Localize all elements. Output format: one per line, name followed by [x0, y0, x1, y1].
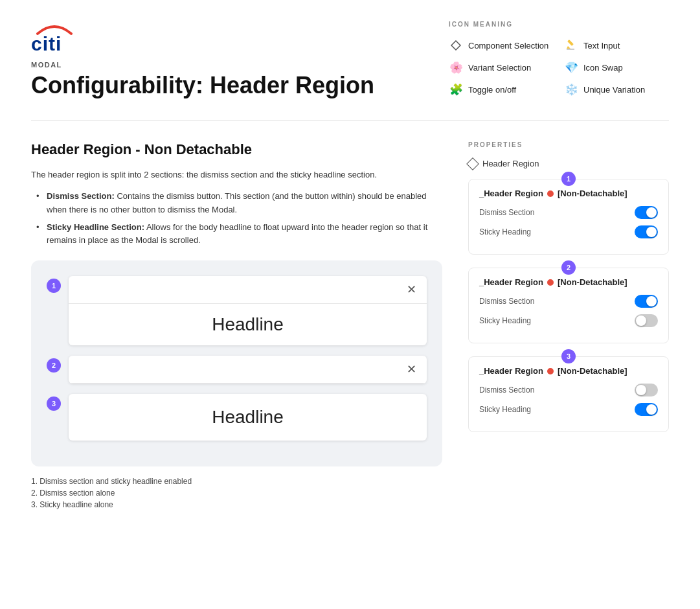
bullet-list: Dismiss Section: Contains the dismiss bu… [31, 190, 442, 247]
person-icon: 🧩 [449, 82, 463, 97]
prop-row-sticky-2: Sticky Heading [479, 314, 658, 327]
close-icon-2[interactable]: ✕ [407, 362, 416, 376]
header-section: citi MODAL Configurability: Header Regio… [31, 21, 669, 99]
red-dot-3 [547, 368, 554, 374]
bullet-dismiss: Dismiss Section: Contains the dismiss bu… [36, 190, 442, 217]
toggle-knob-dismiss-1 [646, 207, 657, 218]
icon-meaning-icon-swap: 💎 Icon Swap [564, 60, 669, 75]
captions: 1. Dismiss section and sticky headline e… [31, 477, 442, 509]
prop-card-number-1: 1 [561, 172, 576, 186]
modal-preview-1: ✕ Headline [69, 276, 427, 345]
left-panel: Header Region - Non Detachable The heade… [31, 141, 442, 512]
icon-meaning-grid: Component Selection Text Input [449, 38, 669, 97]
section-title: Header Region - Non Detachable [31, 141, 442, 158]
bullet-dismiss-bold: Dismiss Section: [47, 191, 115, 201]
prop-card-title-2: _Header Region [Non-Detachable] [479, 277, 658, 287]
prop-row-sticky-3: Sticky Heading [479, 403, 658, 416]
prop-card-1: 1 _Header Region [Non-Detachable] Dismis… [468, 179, 669, 255]
toggle-knob-dismiss-3 [636, 385, 646, 395]
prop-row-sticky-1: Sticky Heading [479, 225, 658, 238]
sticky-toggle-2[interactable] [635, 314, 658, 327]
page-title: Configurability: Header Region [31, 71, 374, 99]
headline-1: Headline [69, 304, 427, 345]
snowflake-icon: ❄️ [564, 82, 578, 97]
diamond-icon [449, 38, 463, 52]
red-dot-1 [547, 190, 554, 197]
main-content: Header Region - Non Detachable The heade… [31, 141, 669, 512]
prop-card-number-3: 3 [561, 349, 576, 363]
dismiss-toggle-2[interactable] [635, 295, 658, 308]
dismiss-toggle-1[interactable] [635, 206, 658, 219]
dismiss-label-2: Dismiss Section [479, 297, 534, 306]
sticky-toggle-3[interactable] [635, 403, 658, 416]
prop-row-dismiss-2: Dismiss Section [479, 295, 658, 308]
gem-icon: 💎 [564, 60, 578, 75]
bullet-sticky: Sticky Headline Section: Allows for the … [36, 221, 442, 248]
section-divider [31, 120, 669, 121]
svg-text:citi: citi [31, 33, 62, 53]
icon-swap-label: Icon Swap [583, 63, 623, 73]
prop-card-2: 2 _Header Region [Non-Detachable] Dismis… [468, 268, 669, 343]
prop-title-text-1: _Header Region [479, 189, 543, 198]
caption-2: 2. Dismiss section alone [31, 488, 442, 498]
dismiss-label-3: Dismiss Section [479, 385, 534, 395]
demo-area: 1 ✕ Headline 2 ✕ [31, 260, 442, 466]
prop-row-dismiss-3: Dismiss Section [479, 384, 658, 396]
citi-logo-svg: citi [31, 21, 78, 53]
right-panel: PROPERTIES Header Region 1 _Header Regio… [468, 141, 669, 445]
text-input-label: Text Input [583, 41, 620, 51]
sticky-label-3: Sticky Heading [479, 405, 531, 414]
variant-number-3: 3 [47, 396, 61, 411]
dismiss-bar-2: ✕ [69, 356, 427, 384]
icon-meaning-panel: ICON MEANING Component Selection [449, 21, 669, 97]
page-wrapper: citi MODAL Configurability: Header Regio… [0, 0, 700, 538]
icon-meaning-title: ICON MEANING [449, 21, 669, 28]
diamond-shape-icon [466, 157, 479, 170]
prop-row-dismiss-1: Dismiss Section [479, 206, 658, 219]
dismiss-label-1: Dismiss Section [479, 208, 534, 217]
headline-3: Headline [69, 394, 427, 441]
icon-meaning-variant-selection: 🌸 Variant Selection [449, 60, 554, 75]
sticky-label-1: Sticky Heading [479, 227, 531, 236]
red-dot-2 [547, 279, 554, 286]
logo-area: citi MODAL Configurability: Header Regio… [31, 21, 374, 99]
icon-meaning-toggle: 🧩 Toggle on/off [449, 82, 554, 97]
dismiss-bar-1: ✕ [69, 276, 427, 304]
sticky-toggle-1[interactable] [635, 225, 658, 238]
close-icon-1[interactable]: ✕ [407, 282, 416, 297]
pencil-icon [564, 38, 578, 52]
prop-card-title-1: _Header Region [Non-Detachable] [479, 189, 658, 198]
dismiss-toggle-3[interactable] [635, 384, 658, 396]
demo-variant-3: 3 Headline [47, 394, 427, 441]
svg-rect-2 [567, 40, 574, 46]
icon-meaning-unique-variation: ❄️ Unique Variation [564, 82, 669, 97]
demo-variant-2: 2 ✕ [47, 356, 427, 384]
variant-number-2: 2 [47, 358, 61, 373]
toggle-knob-sticky-1 [646, 227, 657, 237]
icon-meaning-text-input: Text Input [564, 38, 669, 52]
prop-card-title-3: _Header Region [Non-Detachable] [479, 366, 658, 376]
bullet-sticky-bold: Sticky Headline Section: [47, 222, 144, 232]
properties-title: PROPERTIES [468, 141, 669, 148]
modal-preview-2: ✕ [69, 356, 427, 384]
prop-badge-1: [Non-Detachable] [558, 189, 627, 198]
caption-3: 3. Sticky headline alone [31, 500, 442, 509]
svg-marker-1 [451, 41, 460, 50]
caption-1: 1. Dismiss section and sticky headline e… [31, 477, 442, 486]
unique-variation-label: Unique Variation [583, 85, 645, 95]
property-component-label: Header Region [482, 159, 539, 168]
sticky-label-2: Sticky Heading [479, 316, 531, 325]
demo-variant-1: 1 ✕ Headline [47, 276, 427, 345]
prop-card-number-2: 2 [561, 260, 576, 275]
toggle-knob-dismiss-2 [646, 296, 657, 306]
component-selection-label: Component Selection [468, 41, 548, 51]
variant-number-1: 1 [47, 279, 61, 293]
toggle-knob-sticky-3 [646, 404, 657, 415]
flower-icon: 🌸 [449, 60, 463, 75]
prop-card-3: 3 _Header Region [Non-Detachable] Dismis… [468, 356, 669, 432]
variant-selection-label: Variant Selection [468, 63, 531, 73]
icon-meaning-component-selection: Component Selection [449, 38, 554, 52]
toggle-knob-sticky-2 [636, 316, 646, 326]
prop-title-text-3: _Header Region [479, 366, 543, 376]
description-text: The header region is split into 2 sectio… [31, 168, 442, 182]
